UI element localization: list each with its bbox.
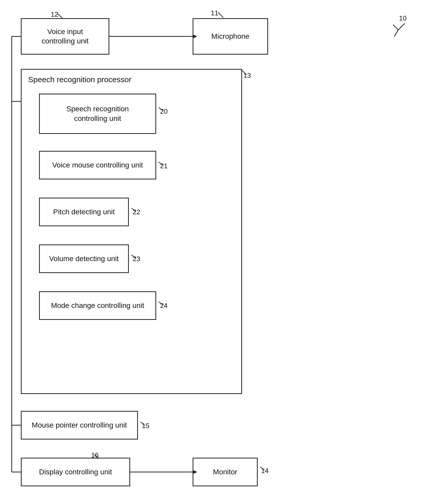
ref-23: 23: [133, 255, 140, 263]
microphone-block: Microphone: [193, 18, 268, 55]
voice-input-block: Voice inputcontrolling unit: [21, 18, 109, 55]
ref-24: 24: [160, 302, 168, 310]
speech-recognition-controlling-block: Speech recognitioncontrolling unit: [39, 94, 156, 134]
ref-16: 16: [91, 451, 99, 459]
ref-20: 20: [160, 107, 168, 115]
ref-21: 21: [160, 162, 168, 170]
ref-14: 14: [261, 467, 269, 475]
ref-13: 13: [243, 72, 251, 80]
ref-15: 15: [142, 422, 149, 430]
volume-detecting-block: Volume detecting unit: [39, 244, 129, 273]
display-controlling-block: Display controlling unit: [21, 458, 130, 486]
pitch-detecting-block: Pitch detecting unit: [39, 198, 129, 226]
ref-22: 22: [133, 208, 140, 216]
ref-10: 10: [399, 14, 407, 22]
mouse-pointer-block: Mouse pointer controlling unit: [21, 411, 138, 440]
mode-change-block: Mode change controlling unit: [39, 291, 156, 320]
diagram: 10 Voice inputcontrolling unit 12 Microp…: [0, 0, 430, 504]
ref-12: 12: [51, 10, 58, 18]
ref-11: 11: [211, 9, 218, 17]
voice-mouse-block: Voice mouse controlling unit: [39, 151, 156, 179]
monitor-block: Monitor: [193, 458, 258, 486]
svg-line-1: [218, 12, 223, 18]
